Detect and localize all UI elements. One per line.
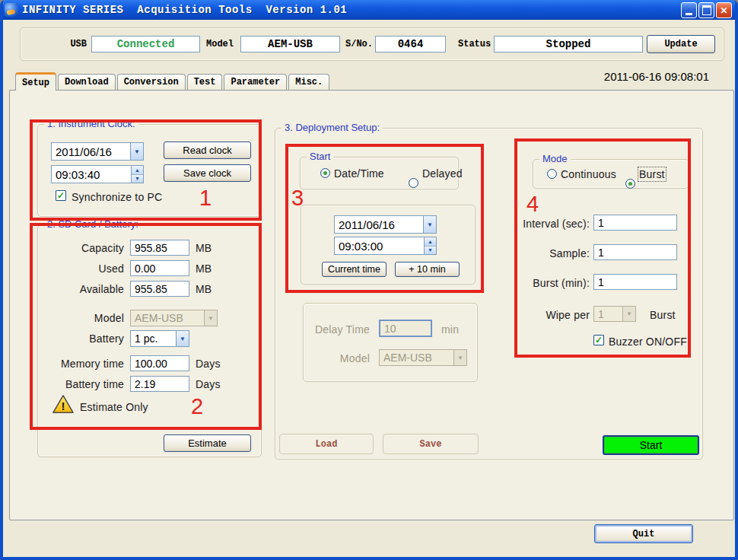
read-clock-button[interactable]: Read clock bbox=[164, 142, 251, 159]
burst-radio-label: Burst bbox=[639, 168, 665, 180]
delay-time-unit: min bbox=[441, 323, 459, 336]
delayed-radio-label: Delayed bbox=[422, 167, 463, 180]
mode-subgroup: Mode Continuous Burst bbox=[533, 159, 689, 189]
datetime-radio[interactable] bbox=[320, 168, 330, 178]
chevron-down-icon: ▼ bbox=[622, 307, 635, 321]
status-label: Status bbox=[458, 39, 491, 49]
interval-field[interactable]: 1 bbox=[593, 215, 677, 231]
delay-subgroup: Delay Time 10 min Model AEM-USB ▼ bbox=[303, 303, 478, 382]
continuous-radio[interactable] bbox=[547, 169, 557, 179]
spinner-arrows-icon[interactable]: ▲▼ bbox=[424, 237, 436, 254]
burst-radio[interactable] bbox=[625, 179, 635, 189]
instrument-clock-group: 1. Instrument Clock: 2011/06/16 ▼ Read c… bbox=[37, 124, 262, 217]
save-clock-button[interactable]: Save clock bbox=[164, 164, 251, 182]
minimize-button[interactable] bbox=[681, 2, 697, 18]
title-bar[interactable]: INFINITY SERIES Acquisition Tools Versio… bbox=[0, 0, 738, 20]
battery-label: Battery bbox=[38, 332, 124, 345]
used-label: Used bbox=[38, 262, 124, 275]
model-field: AEM-USB bbox=[240, 36, 340, 52]
burst-min-field[interactable]: 1 bbox=[593, 274, 677, 290]
update-button[interactable]: Update bbox=[647, 35, 715, 53]
memory-time-label: Memory time bbox=[38, 358, 124, 370]
clock-date-combobox[interactable]: 2011/06/16 ▼ bbox=[51, 142, 144, 161]
start-subgroup-title: Start bbox=[307, 151, 333, 162]
tab-download[interactable]: Download bbox=[58, 74, 116, 90]
serial-field: 0464 bbox=[375, 36, 446, 52]
delay-model-combobox: AEM-USB ▼ bbox=[379, 349, 467, 366]
tab-parameter[interactable]: Parameter bbox=[224, 74, 287, 90]
close-button[interactable]: ✕ bbox=[716, 2, 732, 18]
delayed-radio[interactable] bbox=[409, 178, 418, 188]
capacity-field[interactable]: 955.85 bbox=[130, 240, 189, 256]
chevron-down-icon[interactable]: ▼ bbox=[176, 331, 189, 346]
interval-label: Interval (sec): bbox=[492, 218, 590, 230]
sd-model-value: AEM-USB bbox=[131, 310, 204, 326]
sync-to-pc-label: Synchronize to PC bbox=[72, 191, 162, 203]
wipe-per-value: 1 bbox=[594, 307, 622, 321]
buzzer-checkbox[interactable]: ✓ bbox=[593, 335, 604, 345]
battery-value: 1 pc. bbox=[131, 331, 176, 346]
sd-model-label: Model bbox=[38, 312, 124, 324]
used-unit: MB bbox=[196, 262, 212, 275]
available-label: Available bbox=[38, 283, 124, 295]
clock-time-value: 09:03:40 bbox=[52, 166, 131, 183]
chevron-down-icon[interactable]: ▼ bbox=[130, 143, 143, 160]
datetime-radio-label: Date/Time bbox=[334, 167, 384, 180]
plus-10-min-button[interactable]: + 10 min bbox=[395, 262, 460, 277]
estimate-only-note: Estimate Only bbox=[80, 401, 148, 413]
memory-time-field[interactable]: 100.00 bbox=[130, 355, 189, 371]
maximize-button[interactable] bbox=[698, 2, 714, 18]
battery-time-field[interactable]: 2.19 bbox=[130, 376, 189, 392]
sample-label: Sample: bbox=[492, 247, 590, 259]
battery-time-unit: Days bbox=[196, 378, 221, 390]
delay-time-label: Delay Time bbox=[307, 323, 370, 336]
tab-conversion[interactable]: Conversion bbox=[117, 74, 186, 90]
capacity-label: Capacity bbox=[38, 242, 124, 254]
current-time-button[interactable]: Current time bbox=[322, 262, 386, 277]
start-button[interactable]: Start bbox=[603, 435, 699, 455]
start-date-combobox[interactable]: 2011/06/16 ▼ bbox=[334, 215, 437, 234]
load-button[interactable]: Load bbox=[279, 434, 374, 454]
tab-test[interactable]: Test bbox=[187, 74, 223, 90]
start-datetime-subgroup: 2011/06/16 ▼ 09:03:00 ▲▼ Current time + … bbox=[301, 205, 476, 285]
tab-bar: Setup Download Conversion Test Parameter… bbox=[15, 72, 329, 91]
delay-time-field: 10 bbox=[379, 320, 432, 337]
estimate-button[interactable]: Estimate bbox=[164, 434, 251, 452]
chevron-down-icon: ▼ bbox=[204, 310, 217, 326]
save-button[interactable]: Save bbox=[383, 434, 479, 454]
tab-misc[interactable]: Misc. bbox=[288, 74, 329, 90]
battery-time-label: Battery time bbox=[38, 378, 124, 390]
sync-to-pc-checkbox[interactable]: ✓ bbox=[56, 190, 66, 201]
current-datetime: 2011-06-16 09:08:01 bbox=[604, 70, 709, 83]
used-field[interactable]: 0.00 bbox=[130, 260, 189, 276]
available-field[interactable]: 955.85 bbox=[130, 281, 189, 297]
start-time-spinner[interactable]: 09:03:00 ▲▼ bbox=[334, 237, 437, 255]
clock-time-spinner[interactable]: 09:03:40 ▲▼ bbox=[51, 165, 144, 183]
app-window: INFINITY SERIES Acquisition Tools Versio… bbox=[0, 0, 738, 560]
buzzer-label: Buzzer ON/OFF bbox=[609, 336, 687, 348]
sample-field[interactable]: 1 bbox=[593, 244, 677, 260]
model-label: Model bbox=[206, 39, 234, 49]
wipe-per-unit: Burst bbox=[650, 309, 676, 321]
usb-status-field: Connected bbox=[91, 36, 200, 52]
minimize-icon bbox=[682, 3, 696, 18]
delay-model-label: Model bbox=[307, 352, 370, 364]
delay-model-value: AEM-USB bbox=[380, 350, 453, 365]
clock-date-value: 2011/06/16 bbox=[52, 143, 130, 160]
capacity-unit: MB bbox=[196, 242, 212, 254]
start-time-value: 09:03:00 bbox=[335, 237, 424, 254]
close-icon: ✕ bbox=[717, 3, 731, 18]
window-title: INFINITY SERIES Acquisition Tools Versio… bbox=[22, 4, 347, 16]
spinner-arrows-icon[interactable]: ▲▼ bbox=[131, 166, 143, 183]
app-icon bbox=[5, 3, 18, 17]
tab-setup[interactable]: Setup bbox=[15, 72, 56, 91]
wipe-per-combobox: 1 ▼ bbox=[593, 306, 636, 322]
battery-combobox[interactable]: 1 pc. ▼ bbox=[130, 330, 189, 347]
chevron-down-icon[interactable]: ▼ bbox=[423, 216, 436, 233]
mode-subgroup-title: Mode bbox=[539, 153, 571, 164]
serial-label: S/No. bbox=[345, 39, 373, 49]
deployment-setup-title: 3. Deployment Setup: bbox=[282, 122, 383, 133]
quit-button[interactable]: Quit bbox=[594, 524, 693, 543]
deployment-setup-group: 3. Deployment Setup: Start Date/Time Del… bbox=[275, 128, 703, 460]
svg-text:!: ! bbox=[62, 400, 65, 412]
